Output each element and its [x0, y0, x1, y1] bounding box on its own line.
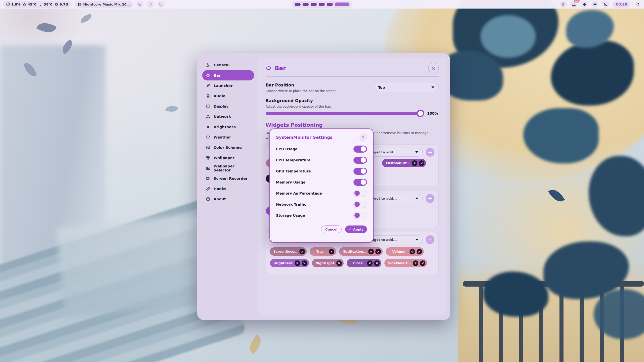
widget-chip-sidepaneltoggle[interactable]: SidePanelT… × [384, 259, 427, 267]
tray-app-button[interactable] [560, 1, 567, 8]
bell-icon [572, 2, 576, 7]
sidebar-item-screen-recorder[interactable]: Screen Recorder [202, 173, 254, 184]
remove-icon[interactable]: × [374, 260, 380, 266]
sidebar-item-wallpaper[interactable]: Wallpaper [202, 153, 254, 163]
remove-icon[interactable]: × [417, 249, 422, 254]
toggle-label: Memory As Percentage [276, 191, 322, 195]
notifications-button[interactable]: 10 [570, 1, 577, 8]
brightness-button[interactable] [591, 1, 598, 8]
sidebar-item-bar[interactable]: Bar [202, 70, 254, 80]
bar-position-value: Top [378, 85, 385, 89]
sidebar-item-label: Wallpaper Selector [214, 164, 251, 172]
sidebar-item-audio[interactable]: Audio [202, 91, 254, 101]
divider [266, 281, 439, 281]
modal-close-button[interactable]: × [359, 133, 367, 141]
gear-icon[interactable] [367, 260, 373, 266]
bar-position-dropdown[interactable]: Top [374, 83, 439, 92]
info-icon [206, 197, 210, 201]
speaker-box-icon [206, 94, 210, 98]
sidebar-item-hooks[interactable]: Hooks [202, 184, 254, 194]
sidebar-item-wallpaper-selector[interactable]: Wallpaper Selector [202, 163, 254, 173]
chevron-down-icon [431, 86, 434, 88]
rocket-icon [206, 83, 210, 88]
workspace-dot[interactable] [295, 3, 301, 6]
sidebar-item-label: Wallpaper [214, 156, 234, 160]
sidebar-item-about[interactable]: About [202, 194, 254, 204]
toggle-network-traffic[interactable] [353, 201, 367, 208]
remove-icon[interactable]: × [299, 249, 305, 254]
dashboard-button[interactable] [634, 1, 641, 8]
pause-icon [78, 3, 81, 6]
system-stats-module[interactable]: 1.8% 43°C 38°C 9.7G [3, 1, 71, 8]
left-add-widget-button[interactable]: + [426, 148, 434, 157]
workspaces-module[interactable] [292, 1, 352, 8]
media-player-module[interactable]: Nightcore Music Mix 20… [75, 1, 133, 8]
toggle-cpu-temperature[interactable] [353, 157, 367, 164]
opacity-slider[interactable] [266, 112, 424, 115]
toggle-cpu-usage[interactable] [353, 146, 367, 153]
widget-chip-brightness[interactable]: Brightness × [270, 259, 309, 267]
widget-chip-custombutton[interactable]: CustomButt… × [382, 159, 426, 167]
sidebar-item-label: General [214, 63, 230, 67]
sidebar-item-color-scheme[interactable]: Color Scheme [202, 142, 254, 153]
monitor-icon [206, 104, 210, 109]
clock-module[interactable]: 00:28 [613, 1, 630, 8]
remove-icon[interactable]: × [329, 249, 334, 254]
toggle-memory-usage[interactable] [353, 179, 367, 186]
skull-icon [138, 2, 142, 7]
workspace-dot[interactable] [319, 3, 325, 6]
gear-icon[interactable] [368, 249, 374, 254]
gear-icon[interactable] [412, 160, 417, 166]
skull-button[interactable] [136, 1, 143, 8]
widget-chip-clock[interactable]: Clock × [347, 259, 382, 267]
toggle-label: Network Traffic [276, 202, 306, 206]
apps-grid-plus-icon [635, 2, 640, 7]
widget-chip-screenrecorder[interactable]: ScreenReco… × [270, 247, 307, 256]
remove-icon[interactable]: × [419, 160, 424, 166]
toggle-gpu-temperature[interactable] [353, 168, 367, 175]
right-add-widget-button[interactable]: + [426, 235, 434, 244]
favorite-button[interactable] [147, 1, 154, 8]
sidebar-item-brightness[interactable]: Brightness [202, 122, 254, 132]
cancel-button[interactable]: Cancel [321, 225, 342, 233]
widget-chip-notification[interactable]: Notification… × [339, 247, 383, 256]
widget-chip-tray[interactable]: Tray × [310, 247, 336, 256]
widget-chip-nightlight[interactable]: NightLight × [312, 259, 344, 267]
sidebar-item-display[interactable]: Display [202, 101, 254, 111]
sidebar-item-general[interactable]: General [202, 60, 254, 70]
workspace-dot-active[interactable] [335, 3, 349, 6]
sidebar-item-launcher[interactable]: Launcher [202, 80, 254, 91]
gear-icon[interactable] [410, 249, 415, 254]
favorite-button-2[interactable] [157, 1, 165, 8]
remove-icon[interactable]: × [302, 260, 307, 266]
slider-knob[interactable] [417, 110, 424, 117]
sidebar-item-weather[interactable]: Weather [202, 132, 254, 142]
apply-button[interactable]: ✓ Apply [345, 225, 367, 233]
workspace-dot[interactable] [311, 3, 317, 6]
background-opacity-description: Adjust the background opacity of the bar… [266, 105, 439, 108]
window-close-button[interactable]: × [428, 63, 439, 73]
paint-roller-icon [206, 156, 210, 160]
widget-chip-volume[interactable]: Volume × [386, 247, 424, 256]
toggle-storage-usage[interactable] [353, 212, 367, 219]
remove-icon[interactable]: × [420, 260, 425, 266]
toggle-label: Storage Usage [276, 213, 305, 217]
gear-icon[interactable] [295, 260, 300, 266]
flame-icon [23, 3, 26, 6]
toggle-label: GPU Temperature [276, 169, 311, 173]
sidebar-item-network[interactable]: Network [202, 111, 254, 122]
remove-icon[interactable]: × [336, 260, 342, 266]
night-light-button[interactable] [602, 1, 609, 8]
tray-app-icon [561, 2, 566, 7]
oval-icon [206, 73, 210, 78]
sidebar-item-label: Weather [214, 135, 231, 139]
workspace-dot[interactable] [327, 3, 333, 6]
workspace-dot[interactable] [303, 3, 309, 6]
gear-icon[interactable] [413, 260, 418, 266]
background-opacity-label: Background Opacity [266, 98, 439, 103]
link-icon [206, 187, 210, 191]
center-add-widget-button[interactable]: + [426, 194, 434, 203]
remove-icon[interactable]: × [375, 249, 381, 254]
volume-button[interactable] [581, 1, 588, 8]
toggle-memory-as-percentage[interactable] [353, 190, 367, 197]
